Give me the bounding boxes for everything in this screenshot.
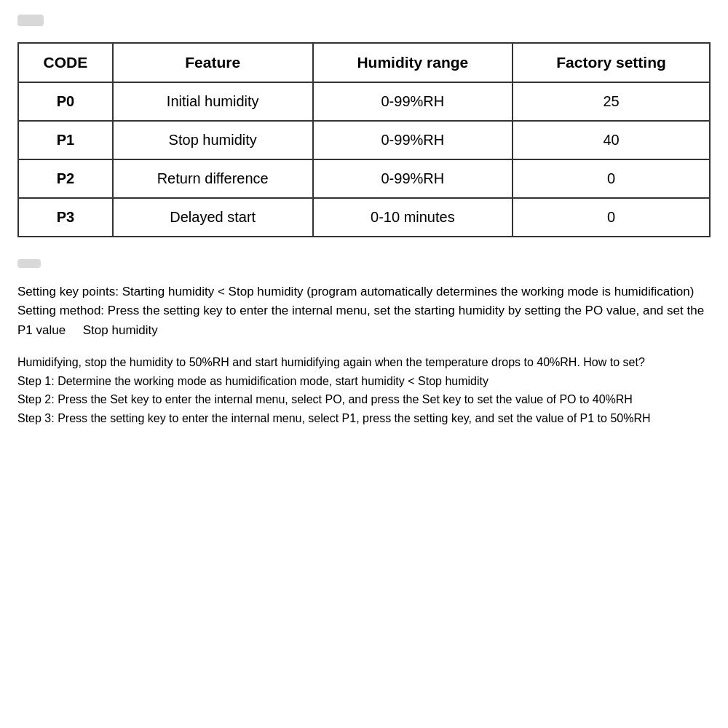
table-cell: Stop humidity bbox=[113, 121, 313, 159]
table-cell: P0 bbox=[18, 82, 113, 121]
parameter-table: CODE Feature Humidity range Factory sett… bbox=[17, 42, 711, 237]
table-cell: Return difference bbox=[113, 159, 313, 198]
table-cell: 0 bbox=[513, 159, 710, 198]
table-cell: Initial humidity bbox=[113, 82, 313, 121]
col-header-humidity-range: Humidity range bbox=[313, 43, 513, 82]
table-cell: Delayed start bbox=[113, 198, 313, 237]
table-cell: 0-10 minutes bbox=[313, 198, 513, 237]
table-row: P1Stop humidity0-99%RH40 bbox=[18, 121, 710, 159]
col-header-feature: Feature bbox=[113, 43, 313, 82]
table-cell: 25 bbox=[513, 82, 710, 121]
table-cell: 0-99%RH bbox=[313, 121, 513, 159]
table-cell: P3 bbox=[18, 198, 113, 237]
page-title bbox=[17, 15, 44, 26]
table-cell: P1 bbox=[18, 121, 113, 159]
table-row: P0Initial humidity0-99%RH25 bbox=[18, 82, 710, 121]
table-row: P3Delayed start0-10 minutes0 bbox=[18, 198, 710, 237]
table-body: P0Initial humidity0-99%RH25P1Stop humidi… bbox=[18, 82, 710, 237]
section2-title bbox=[17, 259, 41, 268]
table-header-row: CODE Feature Humidity range Factory sett… bbox=[18, 43, 710, 82]
table-cell: 40 bbox=[513, 121, 710, 159]
table-cell: 0 bbox=[513, 198, 710, 237]
table-cell: 0-99%RH bbox=[313, 82, 513, 121]
table-cell: 0-99%RH bbox=[313, 159, 513, 198]
setting-body-text: Setting key points: Starting humidity < … bbox=[17, 282, 711, 340]
use-cases-body: Humidifying, stop the humidity to 50%RH … bbox=[17, 353, 711, 427]
table-cell: P2 bbox=[18, 159, 113, 198]
table-row: P2Return difference0-99%RH0 bbox=[18, 159, 710, 198]
col-header-code: CODE bbox=[18, 43, 113, 82]
col-header-factory-setting: Factory setting bbox=[513, 43, 710, 82]
